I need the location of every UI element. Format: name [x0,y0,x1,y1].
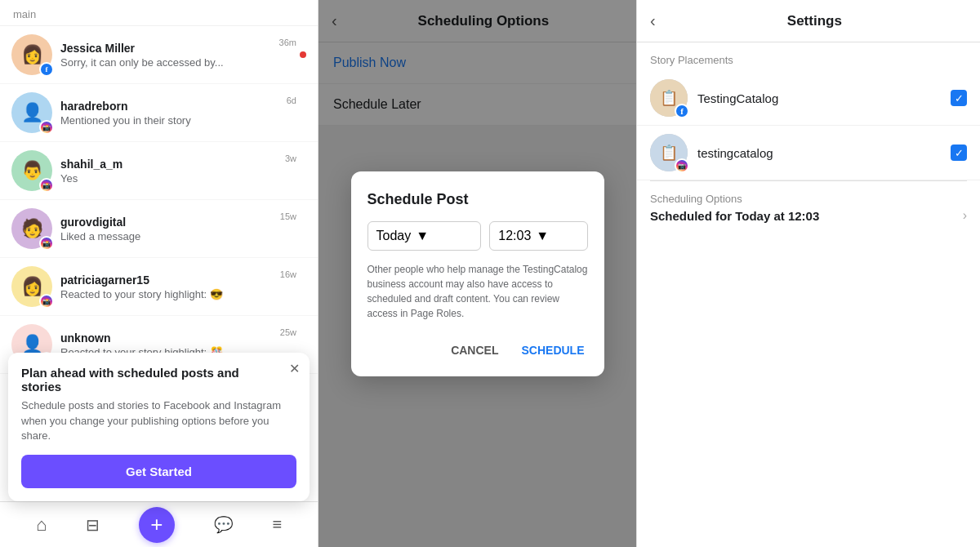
time-select[interactable]: 12:03 ▼ [489,221,587,251]
cancel-button[interactable]: CANCEL [448,337,501,363]
message-time: 16w [280,269,296,279]
bookmark-icon[interactable]: ⊟ [86,515,100,535]
scheduled-value: Scheduled for Today at 12:03 [650,209,819,223]
right-panel: ‹ Settings Story Placements 📋 f TestingC… [637,0,980,547]
platform-badge-icon: f [39,62,54,77]
sender-name: haradreborn [60,100,306,113]
sender-name: shahil_a_m [60,158,306,171]
middle-panel: ‹ Scheduling Options Publish NowSchedule… [318,0,637,547]
platform-icon: f [675,104,689,118]
message-content: gurovdigital Liked a message [60,216,306,242]
time-chevron-icon: ▼ [536,229,549,243]
placement-checkbox[interactable]: ✓ [951,145,967,161]
popup-card: ✕ Plan ahead with scheduled posts and st… [8,353,310,501]
modal-overlay: Schedule Post Today ▼ 12:03 ▼ Other peop… [318,0,636,547]
avatar: 🧑 📸 [11,208,52,249]
unread-indicator [300,51,306,58]
list-item[interactable]: 👩 📸 patriciagarner15 Reacted to your sto… [0,258,318,316]
time-value: 12:03 [498,229,531,243]
chat-icon[interactable]: 💬 [214,515,234,534]
avatar: 📋 f [650,79,688,117]
placements-list: 📋 f TestingCatalog ✓ 📋 📷 testingcatalog … [637,71,980,180]
platform-badge-icon: 📸 [39,178,54,193]
sender-name: gurovdigital [60,216,306,229]
message-preview: Yes [60,172,232,185]
message-list: 👩 f Jessica Miller Sorry, it can only be… [0,26,318,374]
date-select[interactable]: Today ▼ [368,221,482,251]
right-title: Settings [662,13,967,29]
left-header-title: main [13,8,36,20]
platform-badge-icon: 📸 [39,120,54,135]
message-content: haradreborn Mentioned you in their story [60,100,306,127]
message-content: Jessica Miller Sorry, it can only be acc… [60,42,306,69]
message-time: 3w [285,153,296,163]
menu-icon[interactable]: ≡ [272,515,282,534]
date-value: Today [376,229,412,243]
placement-name: testingcatalog [697,146,941,160]
platform-badge-icon: 📸 [39,236,54,251]
popup-desc: Schedule posts and stories to Facebook a… [21,398,296,443]
list-item[interactable]: 👤 📸 haradreborn Mentioned you in their s… [0,84,318,142]
placement-checkbox[interactable]: ✓ [951,90,967,106]
avatar: 👤 📸 [11,92,52,133]
message-preview: Reacted to your story highlight: 😎 [60,288,232,300]
avatar: 👩 📸 [11,266,52,307]
chevron-right-icon: › [963,208,967,223]
date-chevron-icon: ▼ [416,229,429,243]
sender-name: unknown [60,331,306,345]
home-icon[interactable]: ⌂ [36,514,47,536]
message-preview: Liked a message [60,230,232,242]
message-preview: Sorry, it can only be accessed by... [60,56,232,69]
platform-icon: 📷 [675,158,689,173]
platform-badge-icon: 📸 [39,294,54,309]
story-placement-item[interactable]: 📋 📷 testingcatalog ✓ [637,126,980,180]
schedule-button[interactable]: SCHEDULE [518,337,587,363]
message-preview: Mentioned you in their story [60,114,232,127]
bottom-nav: ⌂ ⊟ + 💬 ≡ [0,501,318,547]
modal-actions: CANCEL SCHEDULE [368,337,588,363]
sender-name: Jessica Miller [60,42,306,55]
avatar: 👨 📸 [11,150,52,191]
message-time: 15w [280,211,296,221]
left-panel: main 👩 f Jessica Miller Sorry, it can on… [0,0,318,547]
scheduling-options-label: Scheduling Options [650,193,967,205]
right-back-button[interactable]: ‹ [650,11,656,30]
message-content: patriciagarner15 Reacted to your story h… [60,274,306,300]
sender-name: patriciagarner15 [60,274,306,287]
story-placements-label: Story Placements [637,42,980,71]
list-item[interactable]: 👨 📸 shahil_a_m Yes 3w [0,142,318,200]
schedule-post-modal: Schedule Post Today ▼ 12:03 ▼ Other peop… [351,171,604,376]
list-item[interactable]: 👩 f Jessica Miller Sorry, it can only be… [0,26,318,84]
modal-title: Schedule Post [368,191,588,208]
scheduling-section: Scheduling Options Scheduled for Today a… [637,181,980,231]
message-content: shahil_a_m Yes [60,158,306,185]
left-header: main [0,0,318,26]
popup-close-button[interactable]: ✕ [289,362,300,376]
list-item[interactable]: 🧑 📸 gurovdigital Liked a message 15w [0,200,318,258]
popup-title: Plan ahead with scheduled posts and stor… [21,366,296,394]
avatar: 📋 📷 [650,134,688,171]
story-placement-item[interactable]: 📋 f TestingCatalog ✓ [637,71,980,126]
get-started-button[interactable]: Get Started [21,455,296,488]
avatar: 👩 f [11,34,52,75]
message-time: 36m [279,38,296,47]
compose-button[interactable]: + [139,507,175,543]
modal-date-row: Today ▼ 12:03 ▼ [368,221,588,251]
message-time: 25w [280,327,296,337]
right-header: ‹ Settings [637,0,980,42]
modal-description: Other people who help manage the Testing… [368,262,588,321]
scheduling-row[interactable]: Scheduled for Today at 12:03 › [650,208,967,223]
placement-name: TestingCatalog [697,91,941,105]
message-time: 6d [287,96,296,105]
